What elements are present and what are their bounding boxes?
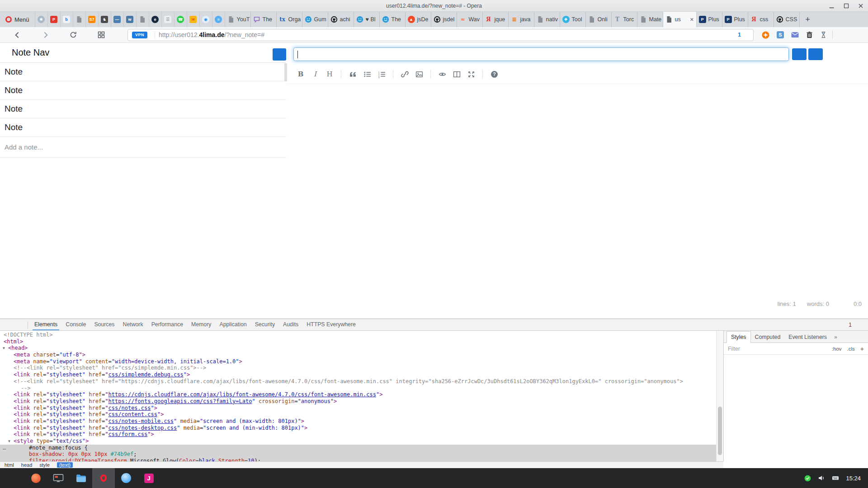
dom-tree-line[interactable]: <meta charset="utf-8"> (0, 352, 716, 358)
save-button[interactable] (808, 48, 823, 60)
tab-tool[interactable]: ❖Tool (560, 12, 586, 27)
dom-tree-line[interactable]: <link rel="stylesheet" href="css/notes-d… (0, 425, 716, 432)
bold-icon[interactable]: B (295, 68, 307, 80)
devtools-tab-audits[interactable]: Audits (279, 319, 302, 330)
pinned-tab[interactable]: ☰ (162, 12, 175, 27)
taskbar-item-screen-viewer[interactable] (47, 468, 70, 488)
scrollbar[interactable] (716, 331, 723, 461)
tab-orga[interactable]: txOrga (277, 12, 302, 27)
start-menu-button[interactable] (0, 468, 24, 488)
dom-tree-line[interactable]: <link rel="stylesheet" href="css/notes-m… (0, 418, 716, 425)
dom-tree-line[interactable]: ▼<head> (0, 345, 716, 352)
pseudo-state-button[interactable]: :hov (832, 346, 842, 352)
pinned-tab[interactable]: P (48, 12, 61, 27)
more-tabs-icon[interactable]: » (831, 332, 840, 343)
preview-icon[interactable] (436, 68, 448, 80)
devtools-tab-sources[interactable]: Sources (90, 319, 118, 330)
reload-icon[interactable] (65, 28, 81, 41)
pinned-tab[interactable]: ≡ (212, 12, 225, 27)
tab-onli[interactable]: Onli (586, 12, 612, 27)
note-list-item[interactable]: Note (0, 100, 286, 118)
keyboard-icon[interactable] (832, 474, 839, 482)
s-extension-icon[interactable]: S (777, 31, 784, 38)
tab-jsde[interactable]: ▲jsDe (406, 12, 431, 27)
tab-bl[interactable]: ♥ Bl (354, 12, 380, 27)
scrollbar-thumb[interactable] (718, 407, 722, 455)
tab-java[interactable]: ≣java (509, 12, 534, 27)
dom-tree-line[interactable]: filter:progid:DXImageTransform.Microsoft… (0, 458, 716, 461)
devtools-tab-console[interactable]: Console (61, 319, 90, 330)
tab-css[interactable]: CSS (774, 12, 800, 27)
devtools-tab-network[interactable]: Network (119, 319, 147, 330)
devtools-tab-performance[interactable]: Performance (147, 319, 187, 330)
network-icon[interactable] (804, 475, 811, 482)
blocked-count[interactable]: 1 (738, 32, 741, 38)
dom-tree-line[interactable]: <link rel="stylesheet" href="https://fon… (0, 398, 716, 405)
tab-achi[interactable]: achi (328, 12, 354, 27)
tab-yout[interactable]: YouT (225, 12, 251, 27)
clock[interactable]: 15:24 (846, 475, 861, 482)
note-list-item[interactable]: Note (0, 118, 286, 137)
styles-pane-tab-styles[interactable]: Styles (726, 331, 751, 343)
tab-torc[interactable]: TTorc (612, 12, 637, 27)
styles-filter-input[interactable]: Filter (728, 346, 740, 352)
italic-icon[interactable]: I (309, 68, 321, 80)
note-name-field[interactable] (297, 48, 785, 61)
devtools-tab-security[interactable]: Security (251, 319, 279, 330)
breadcrumb-item[interactable]: html (5, 462, 14, 468)
link-icon[interactable] (399, 68, 410, 80)
breadcrumb-item[interactable]: style (39, 462, 50, 468)
devtools-tab-https-everywhere[interactable]: HTTPS Everywhere (302, 319, 360, 330)
tab-menu-button[interactable] (848, 12, 868, 27)
tab-wav[interactable]: ≈Wav (457, 12, 483, 27)
dom-tree-line[interactable]: <link rel="stylesheet" href="css/simplem… (0, 371, 716, 378)
tab-plus[interactable]: PPlus (722, 12, 748, 27)
new-style-rule-button[interactable]: + (860, 345, 864, 352)
dom-tree-line[interactable]: <link rel="stylesheet" href="css/content… (0, 411, 716, 418)
vpn-badge[interactable]: VPN (132, 32, 147, 38)
taskbar-item-recorder[interactable] (24, 468, 47, 488)
styles-pane-tab-computed[interactable]: Computed (751, 332, 785, 343)
fullscreen-icon[interactable] (465, 68, 477, 80)
tab-close-icon[interactable]: × (690, 16, 693, 23)
dom-tree-line[interactable]: --> (0, 385, 716, 392)
edit-button[interactable] (792, 48, 807, 60)
side-by-side-icon[interactable] (451, 68, 462, 80)
image-icon[interactable] (413, 68, 425, 80)
pinned-tab[interactable]: ✱ (35, 12, 48, 27)
close-icon[interactable] (858, 3, 863, 9)
error-badge[interactable]: 1 (847, 322, 852, 328)
url-field[interactable]: VPN http://user012.4lima.de/?new_note=# … (127, 29, 754, 41)
device-toolbar-icon[interactable] (13, 319, 25, 331)
tab-jque[interactable]: Яjque (483, 12, 509, 27)
trash-extension-icon[interactable] (806, 31, 813, 38)
dom-tree-line[interactable]: <!--<link rel="stylesheet" href="https:/… (0, 378, 716, 385)
forward-icon[interactable] (37, 28, 53, 41)
tab-plus[interactable]: PPlus (697, 12, 722, 27)
mail-extension-icon[interactable] (791, 32, 799, 38)
back-icon[interactable] (9, 28, 25, 41)
tab-nativ[interactable]: nativ (534, 12, 560, 27)
expand-arrow-icon[interactable]: ▼ (8, 438, 10, 445)
note-name-input[interactable] (293, 47, 789, 61)
orange-extension-icon[interactable] (762, 31, 769, 39)
dom-tree-line[interactable]: box-shadow: 0px 0px 10px #74b9ef; (0, 451, 716, 458)
pinned-tab[interactable]: ◉ (200, 12, 212, 27)
pinned-tab[interactable]: e (149, 12, 162, 27)
breadcrumb-item[interactable]: head (21, 462, 32, 468)
note-list-item[interactable]: Note (0, 81, 286, 100)
taskbar-item-photo-app[interactable]: J (137, 468, 160, 488)
tab-gum[interactable]: Gum (302, 12, 328, 27)
pinned-tab[interactable]: — (111, 12, 124, 27)
tab-the[interactable]: The (380, 12, 406, 27)
help-icon[interactable]: ? (488, 68, 500, 80)
dom-tree-line[interactable]: <!--<link rel="stylesheet" href="css/sim… (0, 365, 716, 371)
dom-tree-line[interactable]: ▼<style type="text/css"> (0, 438, 716, 445)
pinned-tab[interactable]: ♞ (99, 12, 111, 27)
dom-tree-line[interactable]: <html> (0, 338, 716, 345)
add-button[interactable] (273, 48, 286, 61)
dom-tree-line[interactable]: …#note_name:focus { (0, 445, 716, 451)
ordered-list-icon[interactable]: 123 (376, 68, 387, 80)
quote-icon[interactable] (347, 68, 359, 80)
url-text[interactable]: http://user012.4lima.de/?new_note=# (159, 31, 264, 38)
